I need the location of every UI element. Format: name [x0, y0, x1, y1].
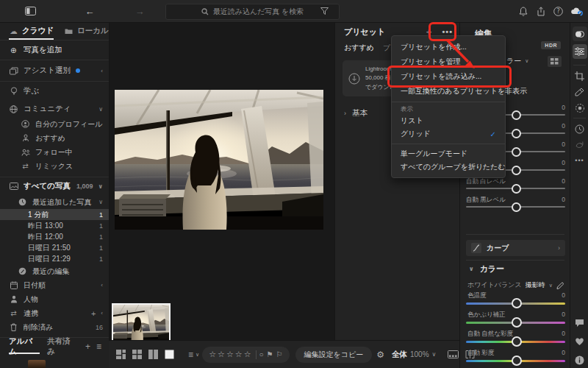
filter-icon[interactable]: [318, 0, 331, 22]
healing-tool-icon[interactable]: [573, 85, 587, 99]
plus-icon[interactable]: +: [91, 309, 96, 318]
comments-icon[interactable]: [573, 316, 587, 330]
copy-edit-settings-button[interactable]: 編集設定をコピー: [295, 347, 373, 363]
sidebar-item-add-photos[interactable]: ⊕ 写真を追加: [0, 40, 109, 60]
sidebar-item-all-photos[interactable]: すべての写真 1,009 ∨: [0, 177, 109, 195]
flag-unpick-icon[interactable]: ⚐: [276, 350, 283, 358]
curve-button[interactable]: カーブ ›: [466, 240, 565, 256]
slider-value: 0: [562, 291, 565, 299]
flag-pick-icon[interactable]: ⚑: [267, 350, 273, 358]
list-item-sunday-2129[interactable]: 日曜日 21:29 1: [0, 253, 109, 264]
eyedropper-icon[interactable]: [556, 281, 564, 289]
help-icon[interactable]: ?: [551, 0, 564, 22]
chevron-right-icon: ›: [344, 110, 346, 117]
slider-knob[interactable]: [512, 166, 521, 175]
sort-order-control[interactable]: ≡ ∨: [188, 350, 199, 360]
color-section-header[interactable]: ∨ カラー: [469, 263, 504, 275]
album-list-options-icon[interactable]: ≡: [96, 342, 101, 352]
cloud-sync-icon[interactable]: [568, 0, 584, 22]
slider-knob[interactable]: [512, 317, 522, 328]
notifications-bell-icon[interactable]: [517, 0, 530, 22]
sidebar-item-assisted-culling[interactable]: アシスト選別 ‹: [0, 60, 109, 81]
slider-knob[interactable]: [512, 129, 521, 138]
favorite-heart-icon[interactable]: [573, 335, 587, 348]
presets-tool-icon[interactable]: [573, 26, 587, 41]
settings-gear-icon[interactable]: ⚙: [376, 350, 384, 360]
menu-item-manage-presets[interactable]: プリセットを管理: [392, 54, 505, 69]
sidebar-item-recently-added[interactable]: 最近追加した写真 ∨: [0, 195, 109, 209]
slider-knob[interactable]: [512, 202, 521, 212]
sidebar-item-shared[interactable]: ⇄ 連携 + ‹: [0, 306, 109, 320]
sidebar-item-community[interactable]: コミュニティ ∨: [0, 101, 109, 117]
sidebar-item-recent-edits[interactable]: 最近の編集: [0, 264, 109, 278]
slider-knob[interactable]: [512, 184, 521, 194]
cloud-icon: ☁: [9, 26, 18, 35]
more-tools-icon[interactable]: •••: [573, 155, 587, 166]
forward-arrow-icon[interactable]: →: [132, 0, 147, 22]
sidebar-item-recommended[interactable]: おすすめ: [0, 131, 109, 145]
star-rating[interactable]: ☆☆☆☆☆: [209, 350, 252, 359]
recent-item-label: 日曜日 21:50: [28, 243, 94, 253]
profile-selector[interactable]: ラー ∨: [506, 56, 528, 66]
detail-view-icon[interactable]: [165, 350, 174, 359]
tab-shared-albums[interactable]: 共有済み: [47, 338, 78, 355]
menu-item-hide-partially-compatible[interactable]: 一部互換性のあるプリセットを非表示: [392, 84, 505, 99]
menu-item-single-group-mode[interactable]: 単一グループモード: [392, 147, 505, 160]
search-input[interactable]: 最近読み込んだ写真 を検索: [165, 4, 340, 20]
recently-added-label: 最近追加した写真: [32, 197, 93, 208]
sidebar-item-people[interactable]: 人物: [0, 292, 109, 306]
album-thumbnail[interactable]: [28, 360, 46, 368]
history-icon[interactable]: [573, 122, 587, 135]
menu-item-grid-view[interactable]: グリッド ✓: [392, 127, 505, 141]
slider-knob[interactable]: [512, 336, 522, 347]
sidebar-item-my-profile[interactable]: 自分のプロフィール: [0, 117, 109, 131]
slider-knob[interactable]: [512, 147, 521, 157]
profile-browse-icon[interactable]: [548, 56, 562, 67]
slider-knob[interactable]: [512, 298, 522, 308]
menu-item-import-presets[interactable]: プリセットを読み込み...: [392, 69, 505, 84]
recent-item-count: 1: [99, 244, 103, 252]
crop-tool-icon[interactable]: [573, 69, 587, 82]
slider-label: 自動 黒レベル: [466, 196, 506, 205]
add-album-icon[interactable]: +: [85, 342, 90, 352]
sidebar-item-remixes[interactable]: ⇄ リミックス: [0, 159, 109, 173]
sidebar-item-by-date[interactable]: 日付順 ‹: [0, 278, 109, 292]
grid-view-icon[interactable]: [132, 350, 142, 359]
sidebar-toggle-icon[interactable]: [22, 0, 38, 22]
main-photo[interactable]: [115, 90, 323, 230]
sidebar-item-learn[interactable]: 学ぶ: [0, 82, 109, 101]
list-item-yesterday-1200[interactable]: 昨日 12:00 1: [0, 231, 109, 242]
tab-cloud[interactable]: ☁ クラウド: [9, 22, 54, 40]
back-arrow-icon[interactable]: ←: [82, 0, 97, 22]
sidebar-item-deleted[interactable]: 削除済み 16: [0, 320, 109, 334]
share-icon[interactable]: [534, 0, 548, 22]
sidebar-item-following[interactable]: フォロー中: [0, 145, 109, 159]
tab-recommended-presets[interactable]: おすすめ: [344, 43, 374, 53]
split-view-icon[interactable]: [465, 350, 475, 358]
versions-icon[interactable]: [573, 138, 587, 152]
list-item-1-minute-ago[interactable]: 1 分前 1: [0, 209, 109, 220]
list-item-sunday-2150[interactable]: 日曜日 21:50 1: [0, 242, 109, 253]
zoom-control[interactable]: 全体 100% ∨: [392, 350, 436, 360]
info-icon[interactable]: [573, 353, 587, 367]
hdr-toggle[interactable]: HDR: [541, 41, 561, 49]
compare-view-icon[interactable]: [148, 350, 158, 359]
slider-knob[interactable]: [512, 110, 521, 120]
add-photos-label: 写真を追加: [24, 45, 103, 55]
slider-knob[interactable]: [512, 355, 522, 366]
filmstrip-toggle-icon[interactable]: [448, 350, 459, 358]
slider-value: 0: [562, 196, 565, 203]
slider-label: 色かぶり補正: [467, 311, 506, 319]
grid-mixed-view-icon[interactable]: [116, 350, 126, 359]
menu-item-list-view[interactable]: リスト: [392, 114, 505, 127]
tab-local[interactable]: ローカル: [64, 22, 109, 40]
list-item-yesterday-1300[interactable]: 昨日 13:00 1: [0, 220, 109, 231]
menu-item-collapse-all-groups[interactable]: すべてのグループを折りたたむ: [392, 160, 505, 174]
tab-albums[interactable]: アルバム: [9, 338, 40, 355]
filmstrip-thumbnail[interactable]: [112, 303, 171, 344]
white-balance-row[interactable]: ホワイトバランス 撮影時 ∨: [467, 280, 564, 290]
menu-item-create-preset[interactable]: プリセットを作成...: [392, 40, 505, 54]
reject-circle-icon[interactable]: ○: [259, 350, 264, 358]
edit-tool-icon[interactable]: [573, 44, 587, 59]
masking-tool-icon[interactable]: [573, 102, 587, 115]
